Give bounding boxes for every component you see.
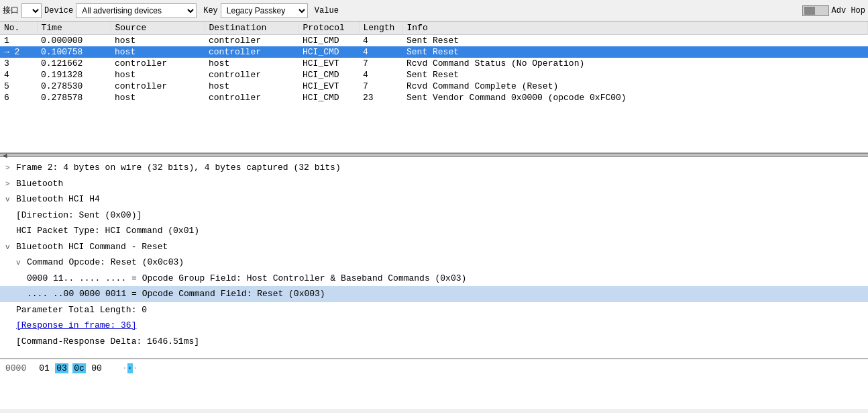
row-cell-protocol: HCI_CMD (299, 46, 359, 58)
row-arrow-cell: 1 (0, 35, 37, 47)
col-header-protocol: Protocol (299, 21, 359, 35)
adv-hop-toggle[interactable] (802, 5, 829, 16)
row-cell-info: Sent Vendor Command 0x0000 (opcode 0xFC0… (402, 92, 868, 103)
row-cell-protocol: HCI_CMD (299, 35, 359, 47)
table-row[interactable]: 10.000000hostcontrollerHCI_CMD4Sent Rese… (0, 35, 868, 47)
device-label: Device (44, 6, 73, 15)
detail-item-direction[interactable]: [Direction: Sent (0x00)] (0, 208, 868, 224)
col-header-info: Info (402, 21, 868, 35)
hex-offset: 0000 (5, 363, 32, 373)
table-row[interactable]: 60.278578hostcontrollerHCI_CMD23Sent Ven… (0, 92, 868, 103)
row-cell-source: controller (111, 58, 205, 69)
row-cell-protocol: HCI_EVT (299, 58, 359, 69)
row-cell-info: Sent Reset (402, 69, 868, 81)
expand-icon: > (5, 179, 13, 190)
hex-panel: 000001030c00··· (0, 359, 868, 409)
detail-item-delta[interactable]: [Command-Response Delta: 1646.51ms] (0, 334, 868, 350)
row-cell-time: 0.000000 (37, 35, 111, 47)
detail-text: .... ..00 0000 0011 = Opcode Command Fie… (27, 289, 325, 299)
row-cell-protocol: HCI_CMD (299, 69, 359, 81)
hex-byte: 00 (90, 363, 103, 373)
row-arrow-cell: 5 (0, 81, 37, 92)
table-row[interactable]: → 20.100758hostcontrollerHCI_CMD4Sent Re… (0, 46, 868, 58)
row-cell-time: 0.278578 (37, 92, 111, 103)
table-header-row: No. Time Source Destination Protocol Len… (0, 21, 868, 35)
detail-item-opcode[interactable]: v Command Opcode: Reset (0x0c03) (0, 255, 868, 271)
hex-byte: 0c (72, 363, 86, 373)
detail-text: [Direction: Sent (0x00)] (16, 210, 142, 220)
packet-list: No. Time Source Destination Protocol Len… (0, 21, 868, 153)
hex-byte: 03 (55, 363, 68, 373)
detail-item-packet_type[interactable]: HCI Packet Type: HCI Command (0x01) (0, 223, 868, 239)
detail-text: Command Opcode: Reset (0x0c03) (27, 257, 184, 267)
row-cell-time: 0.100758 (37, 46, 111, 58)
detail-text: HCI Packet Type: HCI Command (0x01) (16, 226, 199, 236)
row-cell-info: Sent Reset (402, 46, 868, 58)
interface-label: 接口 (3, 5, 19, 16)
hex-row: 000001030c00··· (5, 363, 863, 373)
detail-item-hci_cmd[interactable]: v Bluetooth HCI Command - Reset (0, 239, 868, 255)
table-row[interactable]: 50.278530controllerhostHCI_EVT7Rcvd Comm… (0, 81, 868, 92)
packet-table: No. Time Source Destination Protocol Len… (0, 21, 868, 103)
expand-icon: v (16, 257, 24, 269)
row-cell-info: Rcvd Command Status (No Operation) (402, 58, 868, 69)
detail-text: Frame 2: 4 bytes on wire (32 bits), 4 by… (16, 163, 341, 173)
hex-byte: 01 (38, 363, 51, 373)
detail-item-opcode_group[interactable]: 0000 11.. .... .... = Opcode Group Field… (0, 271, 868, 287)
row-cell-destination: controller (205, 46, 299, 58)
value-label: Value (315, 6, 339, 15)
device-select[interactable]: All advertising devices (76, 3, 197, 18)
detail-item-frame[interactable]: > Frame 2: 4 bytes on wire (32 bits), 4 … (0, 160, 868, 176)
row-cell-destination: controller (205, 35, 299, 47)
detail-item-hci_h4[interactable]: v Bluetooth HCI H4 (0, 191, 868, 208)
row-cell-protocol: HCI_EVT (299, 81, 359, 92)
ascii-char: · (122, 363, 127, 373)
row-cell-info: Rcvd Command Complete (Reset) (402, 81, 868, 92)
row-cell-length: 4 (359, 69, 402, 81)
expand-icon: v (5, 242, 13, 253)
adv-hop-container: Adv Hop (802, 5, 865, 16)
detail-panel: > Frame 2: 4 bytes on wire (32 bits), 4 … (0, 157, 868, 359)
ascii-char: · (133, 363, 138, 373)
arrow-icon: → (4, 47, 9, 57)
detail-text: Parameter Total Length: 0 (16, 305, 147, 315)
row-cell-time: 0.278530 (37, 81, 111, 92)
col-header-source: Source (111, 21, 205, 35)
row-cell-protocol: HCI_CMD (299, 92, 359, 103)
col-header-destination: Destination (205, 21, 299, 35)
detail-item-opcode_cmd[interactable]: .... ..00 0000 0011 = Opcode Command Fie… (0, 286, 868, 302)
row-cell-source: controller (111, 81, 205, 92)
toolbar: 接口 Device All advertising devices Key Le… (0, 0, 868, 21)
col-header-no: No. (0, 21, 37, 35)
detail-text: Bluetooth HCI Command - Reset (16, 242, 168, 252)
detail-item-response[interactable]: [Response in frame: 36] (0, 318, 868, 334)
detail-text: [Response in frame: 36] (16, 320, 136, 330)
row-cell-length: 7 (359, 58, 402, 69)
row-cell-length: 4 (359, 46, 402, 58)
row-arrow-cell: 3 (0, 58, 37, 69)
table-row[interactable]: 40.191328hostcontrollerHCI_CMD4Sent Rese… (0, 69, 868, 81)
detail-text: Bluetooth (16, 179, 63, 189)
row-arrow-cell: 4 (0, 69, 37, 81)
col-header-time: Time (37, 21, 111, 35)
hex-ascii: ··· (122, 363, 138, 373)
key-select[interactable]: Legacy Passkey (221, 3, 308, 18)
row-cell-destination: controller (205, 69, 299, 81)
detail-text: 0000 11.. .... .... = Opcode Group Field… (27, 273, 466, 283)
row-cell-source: host (111, 92, 205, 103)
ascii-char: · (127, 363, 133, 373)
row-cell-time: 0.191328 (37, 69, 111, 81)
detail-item-bluetooth[interactable]: > Bluetooth (0, 176, 868, 192)
detail-item-param_len[interactable]: Parameter Total Length: 0 (0, 302, 868, 318)
row-cell-length: 23 (359, 92, 402, 103)
adv-hop-label: Adv Hop (832, 6, 865, 15)
row-cell-destination: host (205, 58, 299, 69)
row-cell-length: 4 (359, 35, 402, 47)
row-cell-time: 0.121662 (37, 58, 111, 69)
row-cell-source: host (111, 69, 205, 81)
row-cell-destination: host (205, 81, 299, 92)
expand-icon: v (5, 194, 13, 205)
row-arrow-cell: 6 (0, 92, 37, 103)
table-row[interactable]: 30.121662controllerhostHCI_EVT7Rcvd Comm… (0, 58, 868, 69)
interface-select[interactable] (21, 3, 42, 18)
